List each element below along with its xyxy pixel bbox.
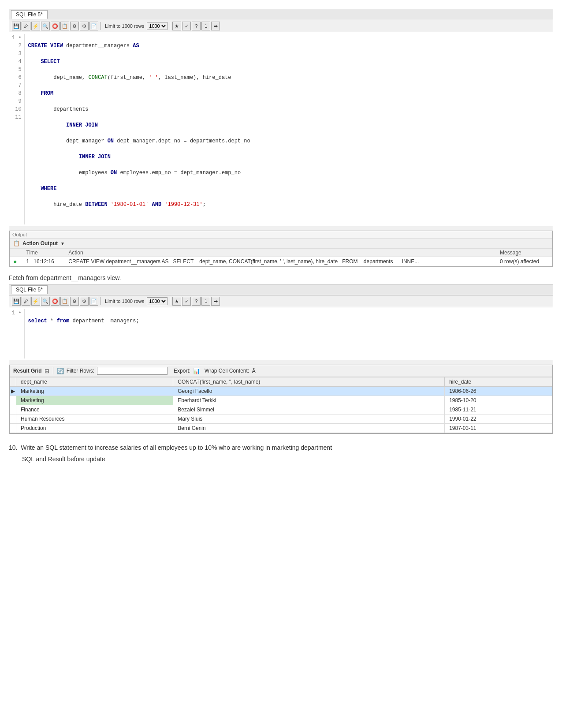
stop-btn-2[interactable]: ⭕ bbox=[51, 297, 60, 306]
item-10-body: Write an SQL statement to increase salar… bbox=[21, 444, 332, 451]
limit-label-2: Limit to 1000 rows bbox=[105, 299, 144, 304]
star-btn-2[interactable]: ★ bbox=[172, 297, 181, 306]
cell-hire-4: 1987-03-11 bbox=[445, 424, 552, 433]
filter-input[interactable] bbox=[97, 367, 167, 375]
table-row[interactable]: MarketingEberhardt Terkki1985-10-20 bbox=[10, 396, 552, 405]
btn6-2[interactable]: ⚙ bbox=[70, 297, 79, 306]
col-name-header: CONCAT(first_name, '', last_name) bbox=[173, 377, 445, 387]
sql-tab-1[interactable]: SQL File 5* bbox=[11, 10, 48, 19]
sql-panel-1: SQL File 5* 💾 🖊 ⚡ 🔍 ⭕ 📋 ⚙ ⚙ 📄 Limit to 1… bbox=[9, 9, 553, 267]
item-10-sub: SQL and Result before update bbox=[22, 454, 553, 465]
col-time-header: Time bbox=[23, 249, 65, 257]
save-btn[interactable]: 💾 bbox=[12, 22, 21, 30]
wrap-label: Wrap Cell Content: bbox=[205, 368, 249, 374]
toolbar-1: 💾 🖊 ⚡ 🔍 ⭕ 📋 ⚙ ⚙ 📄 Limit to 1000 rows 100… bbox=[9, 20, 553, 32]
stop-btn[interactable]: ⭕ bbox=[51, 22, 60, 30]
btn6[interactable]: ⚙ bbox=[70, 22, 79, 30]
copy-btn-2[interactable]: 📋 bbox=[60, 297, 69, 306]
col-dept-header: dept_name bbox=[16, 377, 173, 387]
line-numbers-1: 1 • 2 3 4 5 6 7 8 9 10 11 bbox=[9, 34, 25, 224]
ln-6: 6 bbox=[12, 74, 22, 82]
section2-title: Fetch from department__managers view. bbox=[9, 274, 553, 281]
status-ok-icon: ● bbox=[13, 258, 17, 265]
code-content-2[interactable]: select * from department__managers; bbox=[25, 309, 553, 358]
edit-btn-2[interactable]: 🖊 bbox=[22, 297, 30, 306]
table-row[interactable]: ▶MarketingGeorgi Facello1986-06-26 bbox=[10, 387, 552, 396]
run-btn-2[interactable]: ⚡ bbox=[31, 297, 40, 306]
code-line-3: dept_name, CONCAT(first_name, ' ', last_… bbox=[28, 74, 549, 82]
action-output-dropdown[interactable]: ▼ bbox=[60, 241, 65, 246]
result-grid-panel: Result Grid ⊞ 🔄 Filter Rows: Export: 📊 W… bbox=[9, 365, 553, 433]
sql-panel-2: SQL File 5* 💾 🖊 ⚡ 🔍 ⭕ 📋 ⚙ ⚙ 📄 Limit to 1… bbox=[9, 284, 553, 434]
code-line-4: FROM bbox=[28, 90, 549, 97]
star-btn[interactable]: ★ bbox=[172, 22, 181, 30]
cell-dept-3: Human Resources bbox=[16, 414, 173, 424]
sql-tab-2[interactable]: SQL File 5* bbox=[11, 285, 48, 294]
ln2-1: 1 • bbox=[12, 309, 22, 317]
limit-select[interactable]: 1000 500 bbox=[147, 22, 167, 30]
export-icon: 📊 bbox=[193, 368, 200, 374]
horizontal-scrollbar-2[interactable] bbox=[9, 360, 553, 365]
code-line-10: WHERE bbox=[28, 185, 549, 193]
code-content-1[interactable]: CREATE VIEW department__managers AS SELE… bbox=[25, 34, 553, 224]
ln-3: 3 bbox=[12, 50, 22, 58]
num-btn[interactable]: 1 bbox=[201, 22, 210, 30]
table-row[interactable]: ProductionBerni Genin1987-03-11 bbox=[10, 424, 552, 433]
filter-label: Filter Rows: bbox=[67, 368, 94, 374]
table-row[interactable]: FinanceBezalel Simmel1985-11-21 bbox=[10, 405, 552, 414]
action-table-header: Time Action Message bbox=[10, 249, 552, 257]
action-table-row: ● 1 16:12:16 CREATE VIEW depatment__mana… bbox=[10, 257, 552, 266]
search-btn-2[interactable]: 🔍 bbox=[41, 297, 50, 306]
export-label: Export: bbox=[174, 368, 190, 374]
btn8-2[interactable]: 📄 bbox=[89, 297, 98, 306]
cell-hire-3: 1990-01-22 bbox=[445, 414, 552, 424]
code-line-8: INNER JOIN bbox=[28, 153, 549, 161]
code-line-6: INNER JOIN bbox=[28, 121, 549, 129]
ln-7: 7 bbox=[12, 82, 22, 90]
cell-name-4: Berni Genin bbox=[173, 424, 445, 433]
wrap-icon: Ā bbox=[252, 368, 256, 374]
row-arrow-4 bbox=[10, 424, 16, 433]
copy-btn[interactable]: 📋 bbox=[60, 22, 69, 30]
data-table-header: dept_name CONCAT(first_name, '', last_na… bbox=[10, 377, 552, 387]
check-btn-2[interactable]: ✓ bbox=[182, 297, 191, 306]
num-btn-2[interactable]: 1 bbox=[201, 297, 210, 306]
qmark-btn[interactable]: ? bbox=[192, 22, 201, 30]
btn7-2[interactable]: ⚙ bbox=[80, 297, 89, 306]
grid-icon: ⊞ bbox=[45, 368, 49, 374]
data-table-body: ▶MarketingGeorgi Facello1986-06-26Market… bbox=[10, 387, 552, 433]
action-output-label: Action Output bbox=[22, 240, 58, 246]
limit-select-2[interactable]: 1000 bbox=[147, 297, 167, 305]
row-arrow-1 bbox=[10, 396, 16, 405]
cell-dept-4: Production bbox=[16, 424, 173, 433]
output-label: Output bbox=[10, 231, 552, 239]
tab-bar-2: SQL File 5* bbox=[9, 284, 553, 295]
btn8[interactable]: 📄 bbox=[89, 22, 98, 30]
qmark-btn-2[interactable]: ? bbox=[192, 297, 201, 306]
cell-hire-0: 1986-06-26 bbox=[445, 387, 552, 396]
cell-dept-0: Marketing bbox=[16, 387, 173, 396]
code-line-11: hire_date BETWEEN '1980-01-01' AND '1990… bbox=[28, 201, 549, 209]
grid-sep1 bbox=[53, 367, 53, 374]
row-num-time: 1 16:12:16 bbox=[23, 257, 65, 266]
btn7[interactable]: ⚙ bbox=[80, 22, 89, 30]
edit-btn[interactable]: 🖊 bbox=[22, 22, 30, 30]
ln-8: 8 bbox=[12, 90, 22, 97]
cell-hire-1: 1985-10-20 bbox=[445, 396, 552, 405]
table-row[interactable]: Human ResourcesMary Sluis1990-01-22 bbox=[10, 414, 552, 424]
refresh-icon: 🔄 bbox=[57, 368, 64, 374]
save-btn-2[interactable]: 💾 bbox=[12, 297, 21, 306]
arr-btn-2[interactable]: ➡ bbox=[211, 297, 220, 306]
toolbar-2: 💾 🖊 ⚡ 🔍 ⭕ 📋 ⚙ ⚙ 📄 Limit to 1000 rows 100… bbox=[9, 295, 553, 307]
sep4 bbox=[170, 297, 170, 305]
result-grid-toolbar: Result Grid ⊞ 🔄 Filter Rows: Export: 📊 W… bbox=[10, 365, 552, 377]
action-output-table: Time Action Message ● 1 16:12:16 CREATE … bbox=[10, 249, 552, 266]
search-btn[interactable]: 🔍 bbox=[41, 22, 50, 30]
run-btn[interactable]: ⚡ bbox=[31, 22, 40, 30]
item-10-number: 10. bbox=[9, 444, 17, 451]
arr-btn[interactable]: ➡ bbox=[211, 22, 220, 30]
check-btn[interactable]: ✓ bbox=[182, 22, 191, 30]
ln-4: 4 bbox=[12, 58, 22, 66]
code-line-2: SELECT bbox=[28, 58, 549, 66]
horizontal-scrollbar-1[interactable] bbox=[9, 226, 553, 231]
